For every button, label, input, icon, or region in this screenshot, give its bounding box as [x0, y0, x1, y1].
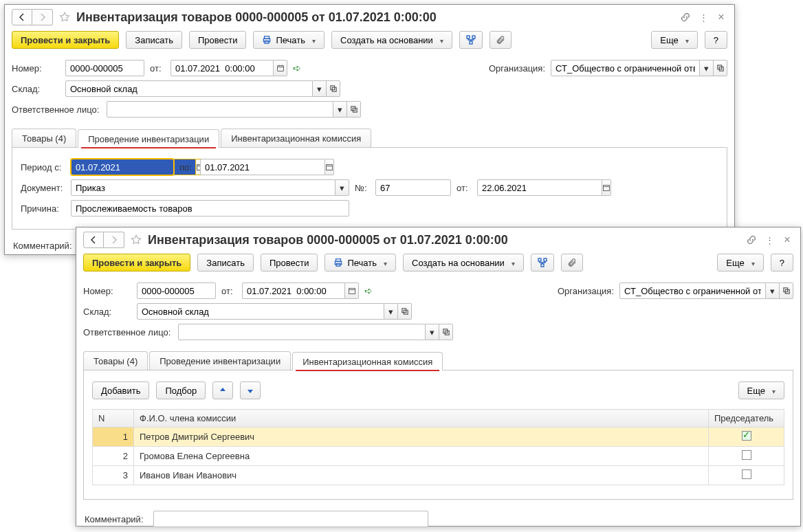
save-button[interactable]: Записать: [197, 254, 254, 271]
docnum-input[interactable]: [375, 179, 451, 196]
move-down-button[interactable]: [240, 381, 261, 399]
close-icon[interactable]: ×: [781, 234, 793, 246]
select-button[interactable]: Подбор: [156, 381, 206, 399]
calendar-icon[interactable]: [325, 159, 334, 175]
add-button[interactable]: Добавить: [92, 381, 149, 399]
svg-rect-17: [336, 261, 342, 265]
advance-icon[interactable]: ➪: [293, 63, 301, 74]
tab-commission[interactable]: Инвентаризационная комиссия: [292, 352, 443, 370]
structure-button[interactable]: [531, 254, 554, 271]
svg-rect-20: [544, 258, 547, 261]
close-icon[interactable]: ×: [715, 11, 727, 23]
print-button[interactable]: Печать: [253, 31, 324, 49]
svg-rect-25: [402, 309, 406, 313]
post-button[interactable]: Провести: [261, 254, 318, 271]
chevron-down-icon[interactable]: ▾: [336, 179, 349, 196]
calendar-icon[interactable]: [274, 60, 287, 76]
tab-inventory-conduct[interactable]: Проведение инвентаризации: [149, 351, 291, 370]
checkbox-icon[interactable]: [742, 450, 751, 460]
kebab-icon[interactable]: ⋮: [763, 234, 776, 246]
col-fio[interactable]: Ф.И.О. члена комиссии: [134, 410, 709, 428]
from-date-input[interactable]: [170, 60, 274, 76]
responsible-input[interactable]: [178, 324, 426, 340]
number-input[interactable]: [137, 282, 216, 299]
nav-back-button[interactable]: [12, 9, 32, 25]
svg-rect-12: [353, 108, 357, 112]
period-to-input[interactable]: [200, 159, 325, 175]
reason-input[interactable]: [71, 200, 349, 217]
star-icon[interactable]: [58, 11, 71, 23]
attach-button[interactable]: [561, 254, 583, 271]
print-label: Печать: [347, 258, 377, 268]
save-button[interactable]: Записать: [126, 31, 182, 49]
cell-chair[interactable]: [709, 428, 784, 447]
col-chair[interactable]: Председатель: [709, 410, 784, 428]
link-icon[interactable]: [745, 234, 758, 246]
open-icon[interactable]: [439, 324, 453, 340]
svg-rect-4: [472, 36, 475, 38]
nav-back-button[interactable]: [83, 232, 104, 248]
open-icon[interactable]: [714, 60, 727, 76]
nav-forward-button[interactable]: [104, 232, 124, 248]
table-more-button[interactable]: Еще: [738, 381, 784, 399]
help-button[interactable]: ?: [705, 31, 727, 49]
open-icon[interactable]: [347, 101, 361, 118]
help-button[interactable]: ?: [771, 254, 793, 271]
tab-goods[interactable]: Товары (4): [83, 351, 148, 370]
chevron-down-icon[interactable]: ▾: [766, 282, 780, 299]
chevron-down-icon[interactable]: ▾: [426, 324, 439, 340]
doc-input[interactable]: [71, 179, 336, 196]
org-input[interactable]: [619, 282, 766, 299]
advance-icon[interactable]: ➪: [364, 285, 373, 296]
open-icon[interactable]: [398, 303, 412, 320]
window-inventory-a: Инвентаризация товаров 0000-000005 от 01…: [4, 4, 735, 255]
nav-forward-button[interactable]: [32, 9, 53, 25]
more-button[interactable]: Еще: [717, 254, 763, 271]
period-from-input[interactable]: [71, 159, 196, 175]
cell-fio: Иванов Иван Иванович: [134, 466, 709, 485]
create-based-on-button[interactable]: Создать на основании: [403, 254, 524, 271]
docfrom-input[interactable]: [477, 179, 602, 196]
chevron-down-icon[interactable]: ▾: [313, 80, 327, 97]
structure-button[interactable]: [459, 31, 483, 49]
open-icon[interactable]: [780, 282, 793, 299]
tab-inventory-conduct[interactable]: Проведение инвентаризации: [78, 129, 219, 148]
chevron-down-icon[interactable]: ▾: [384, 303, 398, 320]
star-icon[interactable]: [130, 234, 142, 246]
warehouse-input[interactable]: [65, 80, 313, 97]
warehouse-input[interactable]: [137, 303, 384, 320]
post-and-close-button[interactable]: Провести и закрыть: [83, 254, 190, 271]
attach-button[interactable]: [490, 31, 512, 49]
kebab-icon[interactable]: ⋮: [697, 11, 710, 23]
move-up-button[interactable]: [212, 381, 233, 399]
cell-chair[interactable]: [709, 466, 784, 485]
org-input[interactable]: [551, 60, 700, 76]
table-row[interactable]: 1Петров Дмитрий Сергеевич: [93, 428, 784, 447]
number-input[interactable]: [65, 60, 144, 76]
responsible-input[interactable]: [107, 101, 333, 118]
cell-fio: Петров Дмитрий Сергеевич: [134, 428, 709, 447]
checkbox-icon[interactable]: [742, 469, 751, 479]
from-date-input[interactable]: [242, 282, 345, 299]
cell-chair[interactable]: [709, 447, 784, 466]
create-based-on-button[interactable]: Создать на основании: [331, 31, 452, 49]
table-row[interactable]: 3Иванов Иван Иванович: [93, 466, 784, 485]
print-button[interactable]: Печать: [324, 254, 396, 271]
more-button[interactable]: Еще: [651, 31, 697, 49]
post-and-close-button[interactable]: Провести и закрыть: [12, 31, 119, 49]
chevron-down-icon[interactable]: ▾: [333, 101, 347, 118]
open-icon[interactable]: [327, 80, 340, 97]
link-icon[interactable]: [679, 11, 692, 23]
cell-fio: Громова Елена Сергеевна: [134, 447, 709, 466]
col-n[interactable]: N: [93, 410, 134, 428]
post-button[interactable]: Провести: [189, 31, 247, 49]
reason-label: Причина:: [21, 203, 65, 214]
table-row[interactable]: 2Громова Елена Сергеевна: [93, 447, 784, 466]
tab-goods[interactable]: Товары (4): [12, 129, 76, 147]
checkbox-icon[interactable]: [742, 431, 751, 441]
chevron-down-icon[interactable]: ▾: [700, 60, 714, 76]
calendar-icon[interactable]: [602, 179, 611, 196]
tab-commission[interactable]: Инвентаризационная комиссия: [221, 129, 371, 147]
calendar-icon[interactable]: [345, 282, 359, 299]
comment-input[interactable]: [153, 511, 428, 527]
